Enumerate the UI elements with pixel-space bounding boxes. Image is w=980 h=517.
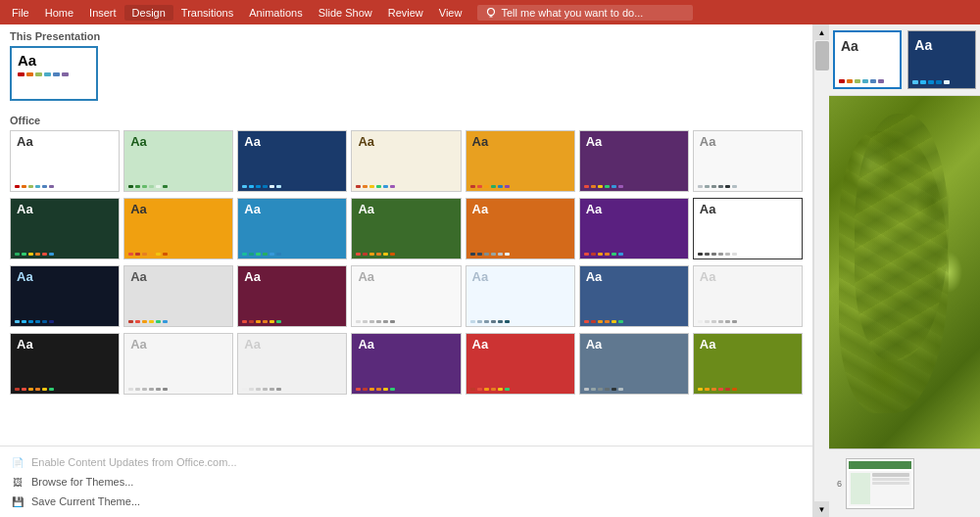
theme-thumb-dots [584,185,623,188]
theme-thumb-dots [15,388,54,391]
theme-thumb-dots [584,253,623,256]
scroll-up-btn[interactable]: ▲ [814,24,830,40]
theme-thumb-row3-4[interactable]: Aa [466,265,575,327]
tab-view[interactable]: View [431,5,470,21]
theme-thumb-row1-4[interactable]: Aa [466,130,575,192]
scroll-thumb[interactable] [815,41,829,70]
color-dot-3 [35,388,40,391]
slide-6-thumb[interactable] [846,458,914,509]
theme-thumb-dots [356,388,395,391]
current-theme-dots [18,72,90,76]
color-dot-2 [711,185,716,188]
theme-thumb-row4-0[interactable]: Aa [10,333,120,395]
color-dot-4 [725,185,730,188]
theme-thumb-row1-2[interactable]: Aa [237,130,347,192]
theme-thumb-row3-5[interactable]: Aa [579,265,689,327]
slide-thumb-line [872,482,909,485]
tab-transitions[interactable]: Transitions [173,5,241,21]
color-dot-5 [276,185,281,188]
large-preview-2[interactable]: Aa [907,30,976,89]
theme-thumb-row4-6[interactable]: Aa [693,333,803,395]
color-dot-2 [484,253,489,256]
color-dot-5 [49,185,54,188]
theme-thumb-row4-4[interactable]: Aa [466,333,575,395]
theme-thumb-row1-5[interactable]: Aa [579,130,689,192]
theme-thumb-row3-2[interactable]: Aa [237,265,347,327]
theme-thumb-row4-1[interactable]: Aa [123,333,233,395]
slide-thumb-content [872,473,909,504]
theme-thumb-row3-6[interactable]: Aa [693,265,803,327]
theme-thumb-dots [15,253,54,256]
save-theme-icon: 💾 [10,494,25,509]
color-dot-5 [618,253,623,256]
color-dot-0 [356,388,361,391]
theme-thumb-row2-6[interactable]: Aa [693,198,803,259]
theme-thumb-row4-2[interactable]: Aa [237,333,347,395]
tab-insert[interactable]: Insert [81,5,124,21]
theme-thumb-row2-2[interactable]: Aa [237,198,347,259]
tell-me-bar[interactable]: Tell me what you want to do... [477,5,693,21]
current-theme-thumb[interactable]: Aa [10,46,98,101]
theme-thumb-dots [470,388,510,391]
theme-thumb-dots [698,388,737,391]
theme-thumb-row1-3[interactable]: Aa [351,130,461,192]
theme-thumb-row1-6[interactable]: Aa [693,130,803,192]
theme-thumb-row2-3[interactable]: Aa [351,198,461,259]
color-dot-3 [35,185,40,188]
scroll-down-btn[interactable]: ▼ [814,501,830,517]
color-dot-0 [470,388,475,391]
theme-thumb-dots [15,185,54,188]
color-dot-2 [711,320,716,323]
color-dot-3 [491,320,496,323]
color-dot-3 [605,320,610,323]
color-dot-5 [732,185,737,188]
color-dot-4 [498,388,503,391]
color-dot-4 [725,388,730,391]
theme-thumb-row4-3[interactable]: Aa [351,333,461,395]
tab-design[interactable]: Design [124,5,173,21]
color-dot-1 [477,320,482,323]
color-dot-5 [163,320,168,323]
tab-home[interactable]: Home [37,5,81,21]
large-preview-1[interactable]: Aa [833,30,902,89]
theme-thumb-row3-3[interactable]: Aa [351,265,461,327]
color-dot-4 [498,185,503,188]
theme-thumb-dots [128,388,168,391]
scroll-track[interactable] [814,40,829,501]
color-dot-0 [698,320,703,323]
color-dot-1 [249,185,254,188]
slide-thumbnails-bar: 6 [829,448,980,517]
theme-thumb-dots [470,253,510,256]
theme-thumb-row2-5[interactable]: Aa [579,198,689,259]
tab-animations[interactable]: Animations [241,5,310,21]
save-theme-item[interactable]: 💾 Save Current Theme... [10,492,803,511]
scrollbar[interactable]: ▲ ▼ [813,24,829,517]
theme-thumb-row1-1[interactable]: Aa [123,130,233,192]
tab-slideshow[interactable]: Slide Show [311,5,380,21]
tab-review[interactable]: Review [380,5,431,21]
theme-thumb-aa: Aa [244,338,261,351]
this-presentation-section: This Presentation Aa [0,24,812,107]
theme-thumb-row2-0[interactable]: Aa [10,198,120,259]
browse-themes-item[interactable]: 🖼 Browse for Themes... [10,472,803,492]
theme-thumb-row3-1[interactable]: Aa [123,265,233,327]
theme-thumb-aa: Aa [244,203,261,215]
theme-thumb-aa: Aa [130,270,147,283]
theme-thumb-aa: Aa [358,270,374,283]
theme-thumb-row4-5[interactable]: Aa [579,333,689,395]
color-dot-1 [22,185,26,188]
color-dot-0 [242,253,247,256]
theme-thumb-dots [242,388,281,391]
theme-thumb-row1-0[interactable]: Aa [10,130,120,192]
tab-file[interactable]: File [4,5,37,21]
color-dot-1 [363,253,368,256]
theme-thumb-row2-1[interactable]: Aa [123,198,233,259]
color-dot-5 [276,320,281,323]
color-dot-3 [376,388,381,391]
theme-thumb-row2-4[interactable]: Aa [466,198,575,259]
color-dot-1 [705,388,710,391]
themes-grid: AaAaAaAaAaAaAaAaAaAaAaAaAaAaAaAaAaAaAaAa… [10,130,803,395]
color-dot-3 [605,388,610,391]
theme-thumb-row3-0[interactable]: Aa [10,265,120,327]
color-dot-4 [42,253,47,256]
